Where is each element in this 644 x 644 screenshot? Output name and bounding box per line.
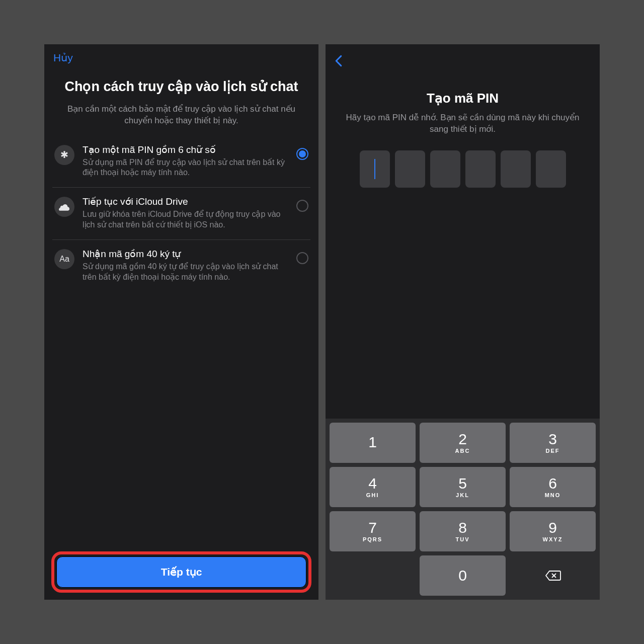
pin-digit-2 — [395, 150, 425, 188]
key-4[interactable]: 4GHI — [330, 467, 416, 507]
radio-selected[interactable] — [296, 148, 308, 160]
option-desc: Sử dụng mã PIN để truy cập vào lịch sử c… — [83, 157, 288, 179]
key-7[interactable]: 7PQRS — [330, 511, 416, 551]
key-6[interactable]: 6MNO — [510, 467, 596, 507]
access-method-screen: Hủy Chọn cách truy cập vào lịch sử chat … — [44, 44, 318, 600]
continue-button[interactable]: Tiếp tục — [56, 556, 306, 588]
key-3[interactable]: 3DEF — [510, 423, 596, 463]
radio-unselected[interactable] — [296, 200, 308, 212]
pin-digit-4 — [465, 150, 496, 188]
key-1[interactable]: 1 — [330, 423, 416, 463]
cloud-icon — [54, 197, 74, 217]
pin-digit-1 — [360, 150, 390, 188]
asterisk-icon: ✱ — [54, 145, 74, 165]
pin-subtitle: Hãy tạo mã PIN dễ nhớ. Bạn sẽ cần dùng m… — [326, 112, 600, 150]
key-0[interactable]: 0 — [420, 555, 506, 596]
nav-back — [326, 44, 600, 73]
option-title: Nhận mã gồm 40 ký tự — [83, 248, 288, 260]
highlight-frame: Tiếp tục — [51, 551, 311, 593]
pin-digit-6 — [536, 150, 566, 188]
option-code[interactable]: Aa Nhận mã gồm 40 ký tự Sử dụng mã gồm 4… — [52, 240, 310, 292]
pin-digit-3 — [430, 150, 460, 188]
page-subtitle: Bạn cần một cách bảo mật để truy cập vào… — [44, 101, 318, 136]
option-icloud[interactable]: Tiếp tục với iCloud Drive Lưu giữ khóa t… — [52, 188, 310, 240]
cancel-button[interactable]: Hủy — [53, 52, 73, 63]
radio-unselected[interactable] — [296, 252, 308, 264]
nav-top: Hủy — [44, 44, 318, 67]
pin-digit-5 — [501, 150, 531, 188]
text-icon: Aa — [54, 249, 74, 269]
key-8[interactable]: 8TUV — [420, 511, 506, 551]
backspace-icon — [545, 570, 561, 581]
option-desc: Lưu giữ khóa trên iCloud Drive để tự độn… — [83, 209, 288, 230]
key-2[interactable]: 2ABC — [420, 423, 506, 463]
footer: Tiếp tục — [44, 544, 318, 600]
caret-icon — [374, 159, 375, 179]
option-desc: Sử dụng mã gồm 40 ký tự để truy cập vào … — [83, 262, 288, 283]
option-pin[interactable]: ✱ Tạo một mã PIN gồm 6 chữ số Sử dụng mã… — [52, 136, 310, 188]
key-empty — [330, 555, 416, 596]
options-list: ✱ Tạo một mã PIN gồm 6 chữ số Sử dụng mã… — [44, 136, 318, 292]
create-pin-screen: Tạo mã PIN Hãy tạo mã PIN dễ nhớ. Bạn sẽ… — [326, 44, 600, 600]
pin-input[interactable] — [326, 150, 600, 188]
key-5[interactable]: 5JKL — [420, 467, 506, 507]
pin-title: Tạo mã PIN — [326, 73, 600, 112]
key-backspace[interactable] — [510, 555, 596, 596]
option-title: Tiếp tục với iCloud Drive — [83, 196, 288, 207]
key-9[interactable]: 9WXYZ — [510, 511, 596, 551]
back-button[interactable] — [335, 54, 343, 70]
option-title: Tạo một mã PIN gồm 6 chữ số — [83, 144, 288, 155]
page-title: Chọn cách truy cập vào lịch sử chat — [44, 67, 318, 101]
numeric-keypad: 1 2ABC 3DEF 4GHI 5JKL 6MNO 7PQRS 8TUV 9W… — [326, 419, 600, 600]
